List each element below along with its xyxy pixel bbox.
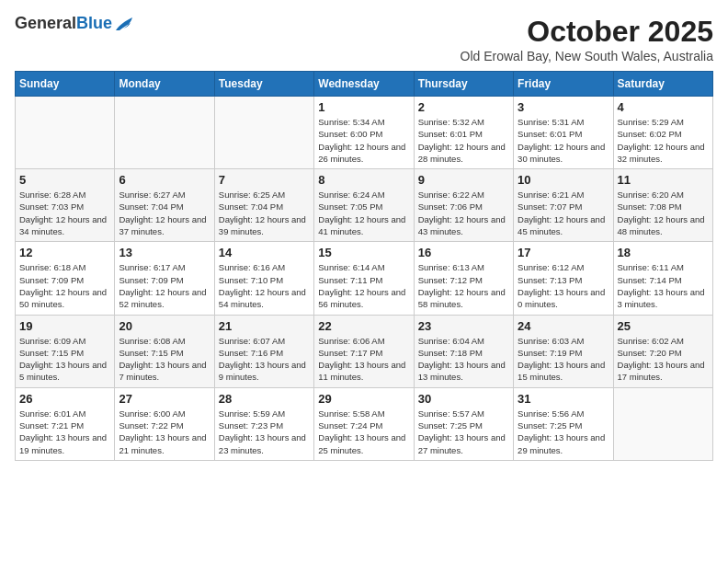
day-number: 24 <box>518 319 609 333</box>
day-number: 7 <box>219 173 310 187</box>
calendar-cell: 1 Sunrise: 5:34 AM Sunset: 6:00 PM Dayli… <box>314 97 414 169</box>
calendar-cell: 28 Sunrise: 5:59 AM Sunset: 7:23 PM Dayl… <box>214 387 313 460</box>
calendar-week-row: 5 Sunrise: 6:28 AM Sunset: 7:03 PM Dayli… <box>16 169 713 242</box>
day-number: 26 <box>19 392 110 406</box>
sunset-text: Sunset: 7:20 PM <box>618 348 682 358</box>
month-title: October 2025 <box>461 15 713 49</box>
calendar-header-row: SundayMondayTuesdayWednesdayThursdayFrid… <box>16 72 713 97</box>
sunset-text: Sunset: 7:14 PM <box>618 275 682 285</box>
daylight-text: Daylight: 13 hours and 3 minutes. <box>618 287 705 309</box>
day-number: 28 <box>219 392 310 406</box>
calendar-cell: 12 Sunrise: 6:18 AM Sunset: 7:09 PM Dayl… <box>16 242 115 315</box>
calendar-cell: 29 Sunrise: 5:58 AM Sunset: 7:24 PM Dayl… <box>314 387 414 460</box>
daylight-text: Daylight: 12 hours and 26 minutes. <box>318 142 405 164</box>
sunset-text: Sunset: 7:12 PM <box>418 275 483 285</box>
sunset-text: Sunset: 7:25 PM <box>518 420 582 431</box>
daylight-text: Daylight: 13 hours and 0 minutes. <box>518 287 605 309</box>
calendar-cell: 26 Sunrise: 6:01 AM Sunset: 7:21 PM Dayl… <box>16 387 115 460</box>
col-header-wednesday: Wednesday <box>314 72 414 97</box>
day-number: 19 <box>19 319 110 333</box>
day-info: Sunrise: 5:32 AM Sunset: 6:01 PM Dayligh… <box>418 116 509 165</box>
day-number: 31 <box>518 392 609 406</box>
sunset-text: Sunset: 7:05 PM <box>318 201 382 212</box>
sunset-text: Sunset: 6:00 PM <box>318 129 382 139</box>
calendar-cell: 10 Sunrise: 6:21 AM Sunset: 7:07 PM Dayl… <box>514 169 613 242</box>
calendar-cell: 17 Sunrise: 6:12 AM Sunset: 7:13 PM Dayl… <box>514 242 613 315</box>
calendar-cell: 24 Sunrise: 6:03 AM Sunset: 7:19 PM Dayl… <box>514 315 613 387</box>
day-info: Sunrise: 6:28 AM Sunset: 7:03 PM Dayligh… <box>19 189 110 237</box>
daylight-text: Daylight: 13 hours and 25 minutes. <box>318 432 405 454</box>
day-number: 6 <box>119 173 210 187</box>
sunrise-text: Sunrise: 5:56 AM <box>518 408 584 419</box>
calendar-cell: 23 Sunrise: 6:04 AM Sunset: 7:18 PM Dayl… <box>414 315 513 387</box>
sunset-text: Sunset: 7:09 PM <box>119 275 183 285</box>
calendar-cell: 16 Sunrise: 6:13 AM Sunset: 7:12 PM Dayl… <box>414 242 513 315</box>
day-info: Sunrise: 6:13 AM Sunset: 7:12 PM Dayligh… <box>418 261 509 310</box>
day-info: Sunrise: 6:07 AM Sunset: 7:16 PM Dayligh… <box>219 335 310 384</box>
sunrise-text: Sunrise: 6:04 AM <box>418 336 484 346</box>
calendar-cell: 30 Sunrise: 5:57 AM Sunset: 7:25 PM Dayl… <box>414 387 513 460</box>
day-number: 1 <box>318 100 409 114</box>
day-number: 5 <box>19 173 110 187</box>
sunset-text: Sunset: 7:18 PM <box>418 348 483 358</box>
calendar-body: 1 Sunrise: 5:34 AM Sunset: 6:00 PM Dayli… <box>16 97 713 461</box>
calendar-cell: 3 Sunrise: 5:31 AM Sunset: 6:01 PM Dayli… <box>514 97 613 169</box>
calendar-cell: 19 Sunrise: 6:09 AM Sunset: 7:15 PM Dayl… <box>16 315 115 387</box>
sunrise-text: Sunrise: 6:27 AM <box>119 190 185 200</box>
day-number: 12 <box>19 246 110 259</box>
sunset-text: Sunset: 6:01 PM <box>418 129 483 139</box>
sunset-text: Sunset: 7:03 PM <box>19 201 84 212</box>
calendar-cell: 8 Sunrise: 6:24 AM Sunset: 7:05 PM Dayli… <box>314 169 414 242</box>
sunrise-text: Sunrise: 6:01 AM <box>19 408 85 419</box>
calendar-cell <box>613 387 712 460</box>
location: Old Erowal Bay, New South Wales, Austral… <box>461 49 713 63</box>
daylight-text: Daylight: 13 hours and 7 minutes. <box>119 360 206 382</box>
daylight-text: Daylight: 13 hours and 5 minutes. <box>19 360 107 382</box>
col-header-sunday: Sunday <box>16 72 115 97</box>
sunrise-text: Sunrise: 6:25 AM <box>219 190 285 200</box>
sunrise-text: Sunrise: 6:06 AM <box>318 336 384 346</box>
day-info: Sunrise: 6:04 AM Sunset: 7:18 PM Dayligh… <box>418 335 509 384</box>
sunrise-text: Sunrise: 6:20 AM <box>618 190 684 200</box>
sunrise-text: Sunrise: 6:17 AM <box>119 262 185 272</box>
daylight-text: Daylight: 12 hours and 48 minutes. <box>618 214 705 236</box>
daylight-text: Daylight: 12 hours and 52 minutes. <box>119 287 206 309</box>
sunrise-text: Sunrise: 5:29 AM <box>618 117 684 127</box>
daylight-text: Daylight: 12 hours and 50 minutes. <box>19 287 107 309</box>
sunrise-text: Sunrise: 6:02 AM <box>618 336 684 346</box>
day-info: Sunrise: 6:09 AM Sunset: 7:15 PM Dayligh… <box>19 335 110 384</box>
day-info: Sunrise: 6:17 AM Sunset: 7:09 PM Dayligh… <box>119 261 210 310</box>
daylight-text: Daylight: 12 hours and 56 minutes. <box>318 287 405 309</box>
day-info: Sunrise: 6:24 AM Sunset: 7:05 PM Dayligh… <box>318 189 409 237</box>
logo: GeneralBlue <box>15 15 134 33</box>
daylight-text: Daylight: 13 hours and 29 minutes. <box>518 432 605 454</box>
sunrise-text: Sunrise: 6:08 AM <box>119 336 185 346</box>
sunset-text: Sunset: 7:22 PM <box>119 420 183 431</box>
daylight-text: Daylight: 12 hours and 32 minutes. <box>618 142 705 164</box>
day-info: Sunrise: 6:14 AM Sunset: 7:11 PM Dayligh… <box>318 261 409 310</box>
day-info: Sunrise: 6:01 AM Sunset: 7:21 PM Dayligh… <box>19 408 110 456</box>
day-info: Sunrise: 5:34 AM Sunset: 6:00 PM Dayligh… <box>318 116 409 165</box>
calendar-week-row: 19 Sunrise: 6:09 AM Sunset: 7:15 PM Dayl… <box>16 315 713 387</box>
calendar-cell: 18 Sunrise: 6:11 AM Sunset: 7:14 PM Dayl… <box>613 242 712 315</box>
daylight-text: Daylight: 12 hours and 58 minutes. <box>418 287 506 309</box>
sunrise-text: Sunrise: 6:21 AM <box>518 190 584 200</box>
day-info: Sunrise: 6:25 AM Sunset: 7:04 PM Dayligh… <box>219 189 310 237</box>
day-number: 4 <box>618 100 709 114</box>
day-number: 14 <box>219 246 310 259</box>
logo-general: GeneralBlue <box>15 15 112 33</box>
sunrise-text: Sunrise: 5:34 AM <box>318 117 384 127</box>
calendar-cell: 20 Sunrise: 6:08 AM Sunset: 7:15 PM Dayl… <box>115 315 214 387</box>
day-number: 20 <box>119 319 210 333</box>
sunrise-text: Sunrise: 6:28 AM <box>19 190 85 200</box>
sunset-text: Sunset: 7:23 PM <box>219 420 283 431</box>
daylight-text: Daylight: 12 hours and 30 minutes. <box>518 142 605 164</box>
day-info: Sunrise: 6:00 AM Sunset: 7:22 PM Dayligh… <box>119 408 210 456</box>
calendar-cell: 15 Sunrise: 6:14 AM Sunset: 7:11 PM Dayl… <box>314 242 414 315</box>
day-number: 21 <box>219 319 310 333</box>
sunrise-text: Sunrise: 5:58 AM <box>318 408 384 419</box>
sunset-text: Sunset: 7:25 PM <box>418 420 483 431</box>
day-info: Sunrise: 6:06 AM Sunset: 7:17 PM Dayligh… <box>318 335 409 384</box>
sunset-text: Sunset: 7:24 PM <box>318 420 382 431</box>
sunset-text: Sunset: 6:01 PM <box>518 129 582 139</box>
